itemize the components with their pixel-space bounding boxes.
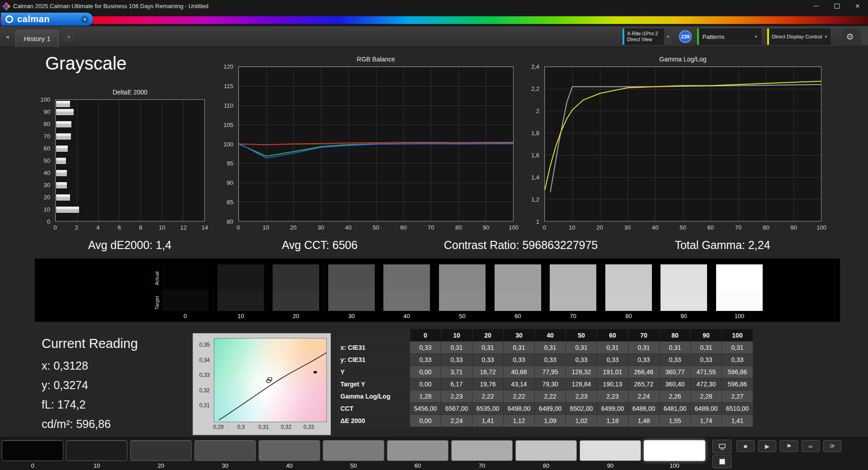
refresh-icon: ⟳ [830,443,835,450]
pattern-button-100[interactable] [644,440,705,461]
plot-area [55,99,205,221]
meter-selector[interactable]: X-Rite i1Pro 2 Direct View [623,28,664,45]
table-cell: 0,00 [410,415,441,427]
history-nav-icon[interactable]: ◂ [3,32,12,41]
current-reading-title: Current Reading [42,336,138,351]
table-cell: 2,27 [722,390,753,403]
x-tick-label: 100 [816,224,826,231]
tab-history-1[interactable]: History 1 [15,30,59,47]
v-gridline [162,100,162,221]
display-mode-button[interactable] [712,440,731,453]
pattern-button-20[interactable] [130,440,192,461]
x-tick-label: 0 [236,224,240,231]
add-tab-button[interactable]: + [63,32,74,42]
grayscale-data-table: 0102030405060708090100x: CIE310,330,310,… [337,329,753,427]
swatch-actual [495,264,541,290]
meter-name: X-Rite i1Pro 2 [627,31,658,37]
pattern-button-30[interactable] [194,440,256,461]
delta-e-bar [56,108,74,116]
table-cell: 0,33 [660,354,691,366]
pattern-label: 100 [644,462,705,469]
table-cell: 191,01 [597,366,628,378]
pattern-button-90[interactable] [580,440,641,461]
grayscale-swatch-30 [328,264,375,311]
x-tick-label: 90 [790,224,797,231]
minimize-button[interactable] [806,0,826,12]
swatch-target [383,290,430,311]
v-gridline [204,100,205,221]
display-control-selector[interactable]: Direct Display Control ▼ [767,28,830,45]
stop-icon: ■ [744,443,747,450]
reading-y-value: y: 0,3274 [42,379,88,392]
table-header-cell: 50 [566,329,597,342]
delta-e-bar [56,169,67,177]
title-bar: Calman 2025 Calman Ultimate for Business… [0,0,868,12]
reading-cdm2-value: cd/m²: 596,86 [42,418,111,431]
table-row-label: x: CIE31 [337,342,410,354]
settings-button[interactable]: ⚙ [842,28,858,45]
link-button[interactable]: ∞ [802,440,820,452]
x-tick-label: 14 [202,224,208,231]
table-cell: 1,09 [535,415,566,427]
table-cell: 6567,00 [441,403,472,415]
table-header-cell: 0 [410,329,441,342]
table-cell: 1,55 [660,415,691,427]
x-tick-label: 0 [53,224,57,231]
table-header-cell: 30 [504,329,535,342]
pattern-button-80[interactable] [515,440,577,461]
y-tick-label: 40 [44,169,50,176]
window-controls: ✕ [806,0,868,12]
pattern-button-50[interactable] [323,440,384,461]
stop-button[interactable]: ■ [736,440,755,452]
table-cell: 1,41 [472,415,504,427]
plot-area [544,66,821,221]
calman-menu-button[interactable]: calman ▾ [1,13,93,26]
table-cell: 2,23 [597,390,628,403]
h-gridline [239,221,513,221]
chart-title: Gamma Log/Log [544,56,821,63]
meter-dropdown-icon[interactable]: ▼ [664,28,672,45]
pattern-count-badge[interactable]: 239 [679,30,692,43]
swatch-target [273,290,319,311]
y-tick-label: 2 [536,108,539,114]
table-row-label: Y [337,366,410,378]
close-button[interactable]: ✕ [847,0,868,12]
cie-y-tick: 0,31 [199,402,210,409]
x-tick-label: 40 [345,224,351,231]
edge-panel-button[interactable] [862,28,868,45]
table-cell: 40,68 [504,366,535,378]
y-axis: 1009080706050403020100 [35,99,53,221]
pattern-button-70[interactable] [451,440,513,461]
swatch-target [495,290,541,311]
pattern-button-10[interactable] [66,440,127,461]
avg-de2000-stat: Avg dE2000: 1,4 [88,239,171,252]
table-cell: 0,33 [441,354,472,366]
y-axis: 12011511010510095908580 [218,66,236,221]
pattern-button-0[interactable] [2,440,63,461]
cie-y-tick: 0,32 [199,387,210,394]
play-button[interactable]: ▶ [758,440,776,452]
y-tick-label: 115 [224,82,233,89]
pattern-window-button[interactable] [712,455,731,468]
table-cell: 6488,00 [628,403,660,415]
pattern-window-icon [719,459,725,465]
v-gridline [821,67,821,221]
brand-bar: calman ▾ [0,12,868,26]
pattern-button-60[interactable] [387,440,448,461]
restore-button[interactable] [826,0,847,12]
swatch-actual [716,264,763,290]
y-tick-label: 10 [44,206,50,213]
x-tick-label: 10 [159,224,165,231]
flag-button[interactable]: ⚑ [780,440,798,452]
y-tick-label: 90 [227,179,233,186]
swatch-actual [162,264,208,290]
calman-logo-icon [5,15,13,23]
refresh-button[interactable]: ⟳ [823,440,841,452]
x-tick-label: 90 [483,224,489,231]
delta-e-bar [56,194,71,201]
patterns-selector[interactable]: Patterns ▼ [697,28,761,45]
x-tick-label: 50 [679,224,686,231]
y-axis: 2,42,221,81,61,41,21 [524,66,542,221]
table-cell: 16,72 [472,366,504,378]
pattern-button-40[interactable] [259,440,320,461]
